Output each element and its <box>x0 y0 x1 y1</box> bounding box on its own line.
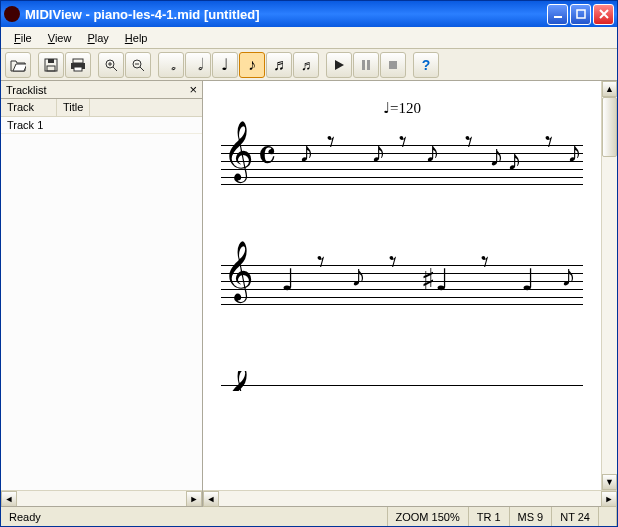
print-button[interactable] <box>65 52 91 78</box>
score-hscroll[interactable]: ◄ ► <box>203 490 617 506</box>
svg-rect-3 <box>48 59 54 63</box>
score-panel: ♩=120 𝄞 𝄴 ♪ 𝄾 ♪ 𝄾 ♪ 𝄾 ♪ ♪ 𝄾 <box>203 81 617 506</box>
zoom-in-button[interactable] <box>98 52 124 78</box>
sixteenth-note-icon: ♬ <box>273 56 285 74</box>
save-icon <box>44 58 58 72</box>
note: ♪ <box>425 137 440 167</box>
whole-note-button[interactable]: 𝅗 <box>158 52 184 78</box>
treble-clef-icon: 𝄞 <box>223 125 254 177</box>
treble-clef-icon: 𝄞 <box>223 371 254 391</box>
half-note-button[interactable]: 𝅗𝅥 <box>185 52 211 78</box>
menu-help[interactable]: Help <box>118 30 155 46</box>
staff-2: 𝄞 ♩ 𝄾 ♪ 𝄾 ♯ ♩ 𝄾 ♩ ♪ <box>221 251 583 321</box>
svg-rect-7 <box>74 67 82 71</box>
sidebar-hscroll[interactable]: ◄ ► <box>1 490 202 506</box>
col-title[interactable]: Title <box>57 99 90 116</box>
app-icon <box>4 6 20 22</box>
status-ms: MS 9 <box>510 507 553 526</box>
note: ♪ <box>371 137 386 167</box>
zoom-out-icon <box>131 58 145 72</box>
titlebar: MIDIView - piano-les-4-1.mid [untitled] <box>1 1 617 27</box>
thirtysecond-note-icon: ♬ <box>301 57 312 73</box>
minimize-button[interactable] <box>547 4 568 25</box>
tracklist-columns: Track Title <box>1 99 202 117</box>
window-title: MIDIView - piano-les-4-1.mid [untitled] <box>25 7 547 22</box>
print-icon <box>70 58 86 72</box>
scroll-right-icon[interactable]: ► <box>601 491 617 507</box>
track-name: Track 1 <box>7 119 43 131</box>
play-icon <box>333 59 345 71</box>
note: ♩ <box>435 265 449 295</box>
treble-clef-icon: 𝄞 <box>223 245 254 297</box>
note: ♪ <box>567 137 582 167</box>
menubar: File View Play Help <box>1 27 617 49</box>
col-track[interactable]: Track <box>1 99 57 116</box>
note: ♪ <box>299 137 314 167</box>
sixteenth-note-button[interactable]: ♬ <box>266 52 292 78</box>
quarter-note-icon: ♩ <box>221 55 229 74</box>
stop-icon <box>387 59 399 71</box>
note: ♪ <box>561 261 576 291</box>
toolbar: 𝅗 𝅗𝅥 ♩ ♪ ♬ ♬ ? <box>1 49 617 81</box>
menu-file[interactable]: File <box>7 30 39 46</box>
staff-3: 𝄞 <box>221 371 583 391</box>
maximize-button[interactable] <box>570 4 591 25</box>
status-nt: NT 24 <box>552 507 599 526</box>
time-signature-icon: 𝄴 <box>257 135 277 179</box>
scroll-left-icon[interactable]: ◄ <box>203 491 219 507</box>
zoom-in-icon <box>104 58 118 72</box>
note: ♪ <box>507 145 522 175</box>
svg-rect-11 <box>367 60 370 70</box>
help-button[interactable]: ? <box>413 52 439 78</box>
note: ♪ <box>489 141 504 171</box>
svg-rect-0 <box>554 16 562 18</box>
close-button[interactable] <box>593 4 614 25</box>
menu-play[interactable]: Play <box>80 30 115 46</box>
status-zoom: ZOOM 150% <box>388 507 469 526</box>
open-icon <box>10 58 26 72</box>
svg-rect-10 <box>362 60 365 70</box>
tracklist-title: Tracklist <box>6 84 47 96</box>
tracklist-close-icon[interactable]: × <box>189 82 197 97</box>
list-item[interactable]: Track 1 <box>1 117 202 134</box>
eighth-note-button[interactable]: ♪ <box>239 52 265 78</box>
status-ready: Ready <box>1 507 388 526</box>
svg-rect-12 <box>389 61 397 69</box>
pause-icon <box>360 59 372 71</box>
scroll-right-icon[interactable]: ► <box>186 491 202 507</box>
tempo-marking: ♩=120 <box>221 99 583 117</box>
tracklist[interactable]: Track 1 <box>1 117 202 490</box>
eighth-note-icon: ♪ <box>248 56 256 74</box>
play-button[interactable] <box>326 52 352 78</box>
status-tr: TR 1 <box>469 507 510 526</box>
open-button[interactable] <box>5 52 31 78</box>
save-button[interactable] <box>38 52 64 78</box>
score-sheet[interactable]: ♩=120 𝄞 𝄴 ♪ 𝄾 ♪ 𝄾 ♪ 𝄾 ♪ ♪ 𝄾 <box>203 81 601 490</box>
score-vscroll[interactable]: ▲ ▼ <box>601 81 617 490</box>
staff-1: 𝄞 𝄴 ♪ 𝄾 ♪ 𝄾 ♪ 𝄾 ♪ ♪ 𝄾 ♪ <box>221 131 583 201</box>
scroll-down-icon[interactable]: ▼ <box>602 474 617 490</box>
svg-rect-4 <box>47 66 55 71</box>
stop-button[interactable] <box>380 52 406 78</box>
note: ♩ <box>281 265 295 295</box>
menu-view[interactable]: View <box>41 30 79 46</box>
zoom-out-button[interactable] <box>125 52 151 78</box>
app-window: MIDIView - piano-les-4-1.mid [untitled] … <box>0 0 618 527</box>
note: ♯ <box>421 265 436 295</box>
tracklist-header: Tracklist × <box>1 81 202 99</box>
help-icon: ? <box>422 57 431 73</box>
statusbar: Ready ZOOM 150% TR 1 MS 9 NT 24 <box>1 506 617 526</box>
scroll-thumb[interactable] <box>602 97 617 157</box>
thirtysecond-note-button[interactable]: ♬ <box>293 52 319 78</box>
svg-rect-5 <box>73 59 83 63</box>
scroll-left-icon[interactable]: ◄ <box>1 491 17 507</box>
svg-rect-1 <box>577 10 585 18</box>
resize-grip-icon[interactable] <box>599 507 617 526</box>
quarter-note-button[interactable]: ♩ <box>212 52 238 78</box>
scroll-up-icon[interactable]: ▲ <box>602 81 617 97</box>
tracklist-panel: Tracklist × Track Title Track 1 ◄ ► <box>1 81 203 506</box>
note: ♩ <box>521 265 535 295</box>
note: ♪ <box>351 261 366 291</box>
pause-button[interactable] <box>353 52 379 78</box>
